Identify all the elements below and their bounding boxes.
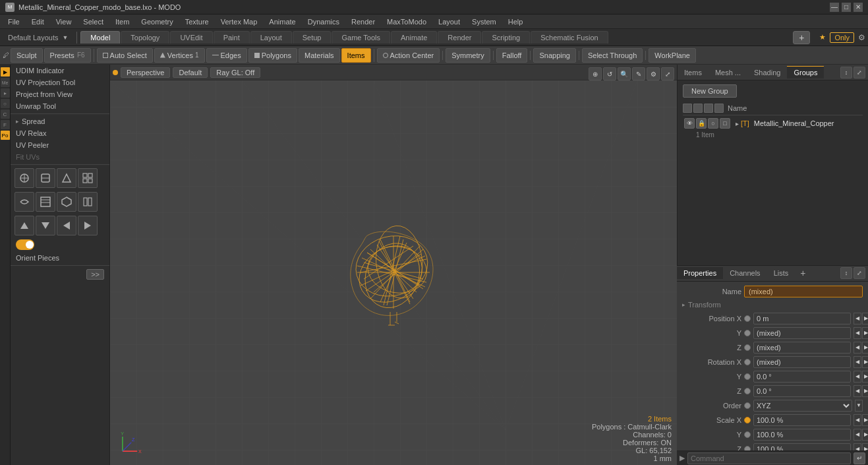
tool-icon-1[interactable]	[14, 168, 34, 188]
group-expand-icon[interactable]: ▸	[736, 120, 739, 127]
prop-rot-x-inc[interactable]: ▶	[862, 356, 868, 368]
tab-gametools[interactable]: Game Tools	[332, 31, 390, 44]
menu-help[interactable]: Help	[503, 16, 529, 27]
prop-rot-y-circle[interactable]	[744, 373, 751, 380]
group-eye-3[interactable]: ○	[708, 118, 718, 129]
prop-pos-z-dec[interactable]: ◀	[854, 342, 861, 354]
menu-view[interactable]: View	[51, 16, 77, 27]
prop-pos-z-circle[interactable]	[744, 344, 751, 351]
tool-unwrap[interactable]: Unwrap Tool	[11, 100, 109, 112]
command-input[interactable]	[687, 452, 851, 464]
polygons-button[interactable]: Polygons	[248, 48, 297, 63]
sculpt-button[interactable]: Sculpt	[11, 48, 43, 63]
prop-scale-y-dec[interactable]: ◀	[854, 429, 861, 441]
right-tab-icon-2[interactable]: ⤢	[854, 67, 865, 78]
menu-edit[interactable]: Edit	[26, 16, 49, 27]
props-add-button[interactable]: +	[797, 268, 808, 278]
more-button[interactable]: >>	[86, 269, 104, 280]
menu-vertex-map[interactable]: Vertex Map	[216, 16, 263, 27]
tab-scripting[interactable]: Scripting	[482, 31, 530, 44]
prop-rot-y-dec[interactable]: ◀	[854, 371, 861, 383]
prop-pos-x-input[interactable]	[753, 313, 851, 325]
prop-scale-z-dec[interactable]: ◀	[854, 443, 861, 451]
vp-btn-5[interactable]: ⚙	[647, 67, 660, 80]
tool-project-from-view[interactable]: Project from View	[11, 88, 109, 100]
falloff-button[interactable]: Falloff	[496, 48, 528, 63]
menu-geometry[interactable]: Geometry	[136, 16, 178, 27]
props-icon-2[interactable]: ⤢	[854, 267, 865, 279]
materials-button[interactable]: Materials	[299, 48, 340, 63]
prop-rot-z-inc[interactable]: ▶	[862, 385, 868, 397]
vp-maximize-button[interactable]: ⤢	[661, 67, 674, 80]
menu-select[interactable]: Select	[78, 16, 109, 27]
prop-rot-y-inc[interactable]: ▶	[862, 371, 868, 383]
select-through-button[interactable]: Select Through	[582, 48, 643, 63]
vp-btn-4[interactable]: ✎	[632, 67, 645, 80]
vp-btn-1[interactable]: ⊕	[589, 67, 602, 80]
minimize-button[interactable]: —	[830, 3, 839, 12]
prop-pos-y-dec[interactable]: ◀	[854, 327, 861, 339]
workplane-button[interactable]: WorkPlane	[649, 48, 696, 63]
prop-pos-x-dec[interactable]: ◀	[854, 313, 861, 325]
tool-fit-uvs[interactable]: Fit UVs	[11, 151, 109, 163]
menu-system[interactable]: System	[467, 16, 502, 27]
prop-pos-z-inc[interactable]: ▶	[862, 342, 868, 354]
mini-tool-btn-1[interactable]: ▶	[1, 67, 10, 77]
items-button[interactable]: Items	[341, 48, 371, 63]
prop-scale-z-inc[interactable]: ▶	[862, 443, 868, 451]
default-layouts[interactable]: Default Layouts ▼	[3, 34, 73, 42]
vertices-button[interactable]: Vertices 1	[154, 48, 205, 63]
prop-rot-z-input[interactable]	[753, 385, 851, 397]
vp-btn-2[interactable]: ↺	[603, 67, 616, 80]
viewport-style-button[interactable]: Default	[173, 67, 208, 78]
prop-scale-z-circle[interactable]	[744, 446, 751, 451]
group-eye-4[interactable]: □	[720, 118, 730, 129]
mini-tool-btn-active[interactable]: Po	[1, 131, 10, 140]
snapping-button[interactable]: Snapping	[533, 48, 576, 63]
menu-layout[interactable]: Layout	[433, 16, 465, 27]
tool-icon-4[interactable]	[78, 168, 98, 188]
auto-select-button[interactable]: Auto Select	[97, 48, 153, 63]
prop-rot-x-input[interactable]	[753, 356, 851, 368]
prop-name-input[interactable]	[744, 286, 863, 297]
prop-rot-x-circle[interactable]	[744, 359, 751, 365]
props-tab-properties[interactable]: Properties	[677, 267, 723, 279]
close-button[interactable]: ✕	[854, 3, 863, 12]
props-icon-1[interactable]: ↕	[840, 267, 852, 279]
prop-pos-x-circle[interactable]	[744, 315, 751, 322]
right-tab-icon-1[interactable]: ↕	[840, 67, 852, 78]
tool-orient[interactable]: Orient Pieces	[11, 252, 109, 264]
prop-scale-x-dec[interactable]: ◀	[854, 414, 861, 426]
tool-uv-relax[interactable]: UV Relax	[11, 127, 109, 139]
tool-uv-projection[interactable]: UV Projection Tool	[11, 77, 109, 88]
tab-paint[interactable]: Paint	[214, 31, 250, 44]
prop-rot-z-circle[interactable]	[744, 388, 751, 394]
command-enter-button[interactable]: ↵	[854, 452, 865, 464]
right-tab-groups[interactable]: Groups	[787, 66, 824, 78]
mini-tool-btn-3[interactable]: ▸	[1, 88, 10, 98]
mini-tool-btn-6[interactable]: F	[1, 120, 10, 129]
mini-tool-btn-4[interactable]: ○	[1, 99, 10, 108]
tool-icon-2[interactable]	[36, 168, 55, 188]
tab-render[interactable]: Render	[438, 31, 481, 44]
menu-texture[interactable]: Texture	[180, 16, 214, 27]
group-eye-1[interactable]: 👁	[684, 118, 695, 129]
prop-scale-x-inc[interactable]: ▶	[862, 414, 868, 426]
tab-uvedit[interactable]: UVEdit	[170, 31, 212, 44]
tool-icon-right[interactable]	[78, 216, 98, 235]
menu-render[interactable]: Render	[346, 16, 380, 27]
maximize-button[interactable]: □	[842, 3, 851, 12]
prop-rot-x-dec[interactable]: ◀	[854, 356, 861, 368]
vp-btn-3[interactable]: 🔍	[618, 67, 631, 80]
action-center-button[interactable]: Action Center	[377, 48, 440, 63]
tool-icon-down[interactable]	[36, 216, 55, 235]
prop-scale-y-inc[interactable]: ▶	[862, 429, 868, 441]
tab-add-button[interactable]: +	[793, 31, 810, 44]
group-eye-2[interactable]: 🔒	[696, 118, 707, 129]
prop-pos-z-input[interactable]	[753, 342, 851, 354]
right-tab-mesh[interactable]: Mesh ...	[709, 67, 747, 78]
prop-scale-x-circle[interactable]	[744, 417, 751, 423]
prop-pos-y-input[interactable]	[753, 327, 851, 339]
prop-order-select[interactable]: XYZ	[753, 400, 852, 412]
tab-schematic[interactable]: Schematic Fusion	[531, 31, 608, 44]
